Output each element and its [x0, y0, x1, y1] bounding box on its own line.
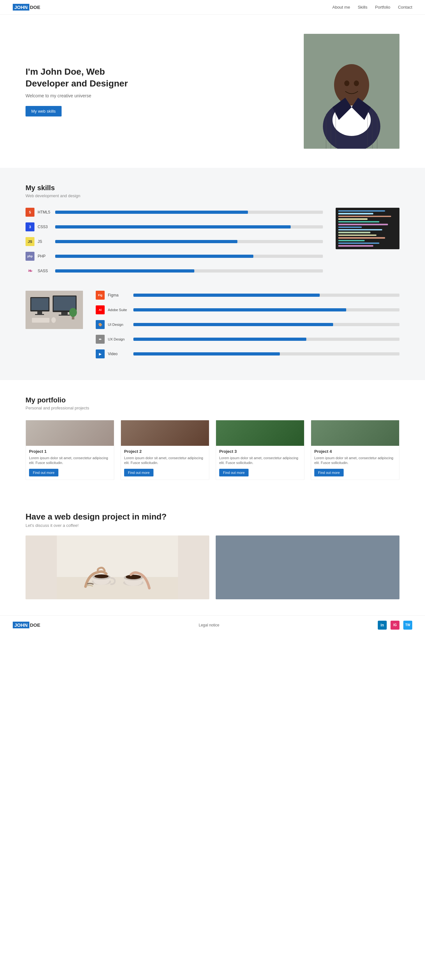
coffee-image	[25, 536, 209, 599]
skill-name-sass: SASS	[38, 269, 52, 273]
skill-name-figma: Figma	[108, 293, 130, 298]
skill-name-ui: UI Design	[108, 323, 130, 326]
skill-name-adobe: Adobe Suite	[108, 308, 130, 312]
skill-name-js: JS	[38, 239, 52, 244]
project-4-text: Lorem ipsum dolor sit amet, consectetur …	[314, 456, 396, 466]
footer-social: in IG TW	[378, 620, 412, 630]
logo: JOHN DOE	[13, 4, 40, 11]
footer-logo: JOHN DOE	[13, 622, 40, 628]
skill-name-ux: UX Design	[108, 337, 130, 341]
skill-bar-js-fill	[55, 240, 237, 243]
svg-point-16	[51, 317, 56, 323]
skill-bar-css3-fill	[55, 225, 291, 229]
project-2-text: Lorem ipsum dolor sit amet, consectetur …	[124, 456, 206, 466]
svg-rect-9	[37, 312, 42, 314]
svg-rect-8	[31, 298, 48, 310]
project-2-btn[interactable]: Find out more	[124, 469, 153, 476]
project-4-title: Project 4	[314, 449, 396, 454]
skill-name-html5: HTML5	[38, 210, 52, 215]
portfolio-section: My portfolio Personal and professional p…	[0, 380, 425, 496]
portfolio-card-1: Project 1 Lorem ipsum dolor sit amet, co…	[25, 420, 114, 480]
project-1-body: Project 1 Lorem ipsum dolor sit amet, co…	[26, 446, 114, 480]
svg-rect-13	[61, 312, 68, 315]
skill-bar-php-bg	[55, 255, 323, 258]
hero-heading: I'm John Doe, Web Developer and Designer	[25, 66, 134, 89]
hero-text: I'm John Doe, Web Developer and Designer…	[25, 66, 134, 116]
project-1-image	[26, 420, 114, 446]
project-2-image	[121, 420, 209, 446]
desk-screenshot	[25, 291, 83, 329]
instagram-icon[interactable]: IG	[390, 620, 400, 630]
svg-rect-10	[35, 314, 44, 315]
skill-row-ux: ✏ UX Design	[96, 335, 400, 344]
logo-john: JOHN	[13, 4, 29, 11]
skill-bar-ux-bg	[134, 337, 400, 341]
skill-bar-js-bg	[55, 240, 323, 243]
contact-images	[25, 536, 400, 599]
project-2-title: Project 2	[124, 449, 206, 454]
hero-cta-button[interactable]: My web skills	[25, 106, 62, 116]
skill-row-figma: Fig Figma	[96, 291, 400, 300]
skill-bar-sass-fill	[55, 269, 194, 272]
project-3-body: Project 3 Lorem ipsum dolor sit amet, co…	[216, 446, 304, 480]
svg-rect-20	[57, 577, 178, 599]
skill-row-video: ▶ Video	[96, 350, 400, 358]
project-1-text: Lorem ipsum dolor sit amet, consectetur …	[29, 456, 111, 466]
skills-top: 5 HTML5 3 CSS3 JS JS	[25, 208, 400, 281]
linkedin-icon[interactable]: in	[378, 620, 387, 630]
project-3-btn[interactable]: Find out more	[219, 469, 248, 476]
skill-row-adobe: Ai Adobe Suite	[96, 305, 400, 314]
navbar: JOHN DOE About me Skills Portfolio Conta…	[0, 0, 425, 15]
project-4-body: Project 4 Lorem ipsum dolor sit amet, co…	[311, 446, 399, 480]
svg-point-5	[354, 80, 359, 86]
hero-image	[304, 34, 400, 149]
footer-logo-john: JOHN	[13, 622, 29, 628]
skill-bar-figma-bg	[134, 294, 400, 297]
skill-bar-adobe-fill	[134, 308, 346, 312]
skills-section: My skills Web development and design 5 H…	[0, 168, 425, 380]
skill-row-php: php PHP	[25, 252, 323, 261]
adobe-icon: Ai	[96, 305, 105, 314]
skill-bar-html5-fill	[55, 211, 248, 214]
footer: JOHN DOE Legal notice in IG TW	[0, 615, 425, 635]
skills-bottom: Fig Figma Ai Adobe Suite 🎨 UI Design	[25, 291, 400, 364]
skill-bar-sass-bg	[55, 269, 323, 272]
project-3-text: Lorem ipsum dolor sit amet, consectetur …	[219, 456, 301, 466]
portfolio-title: My portfolio	[25, 396, 400, 404]
skill-name-video: Video	[108, 352, 130, 356]
svg-rect-14	[59, 315, 70, 316]
skill-bar-html5-bg	[55, 211, 323, 214]
skill-bar-figma-fill	[134, 294, 320, 297]
skill-bar-adobe-bg	[134, 308, 400, 312]
project-4-btn[interactable]: Find out more	[314, 469, 344, 476]
footer-legal[interactable]: Legal notice	[199, 623, 220, 627]
css3-icon: 3	[25, 223, 35, 231]
project-4-image	[311, 420, 399, 446]
nav-links: About me Skills Portfolio Contact	[332, 5, 412, 10]
desk-preview	[25, 291, 83, 329]
svg-point-26	[126, 575, 141, 579]
nav-about[interactable]: About me	[332, 5, 350, 10]
skill-bar-css3-bg	[55, 225, 323, 229]
nav-skills[interactable]: Skills	[358, 5, 367, 10]
js-icon: JS	[25, 237, 35, 246]
nav-portfolio[interactable]: Portfolio	[375, 5, 390, 10]
contact-title: Have a web design project in mind?	[25, 512, 400, 522]
project-1-btn[interactable]: Find out more	[29, 469, 58, 476]
svg-point-3	[334, 64, 369, 106]
video-icon: ▶	[96, 350, 105, 358]
twitter-icon[interactable]: TW	[403, 620, 412, 630]
logo-doe: DOE	[30, 5, 41, 10]
portfolio-card-3: Project 3 Lorem ipsum dolor sit amet, co…	[216, 420, 304, 480]
svg-point-4	[344, 80, 349, 86]
project-2-body: Project 2 Lorem ipsum dolor sit amet, co…	[121, 446, 209, 480]
hero-section: I'm John Doe, Web Developer and Designer…	[0, 15, 425, 168]
php-icon: php	[25, 252, 35, 261]
portfolio-grid: Project 1 Lorem ipsum dolor sit amet, co…	[25, 420, 400, 480]
skill-name-php: PHP	[38, 254, 52, 258]
contact-section: Have a web design project in mind? Let's…	[0, 496, 425, 615]
nav-contact[interactable]: Contact	[398, 5, 412, 10]
skills-bars-right: Fig Figma Ai Adobe Suite 🎨 UI Design	[96, 291, 400, 364]
sass-icon: ❧	[25, 266, 35, 275]
skills-subtitle: Web development and design	[25, 193, 400, 198]
